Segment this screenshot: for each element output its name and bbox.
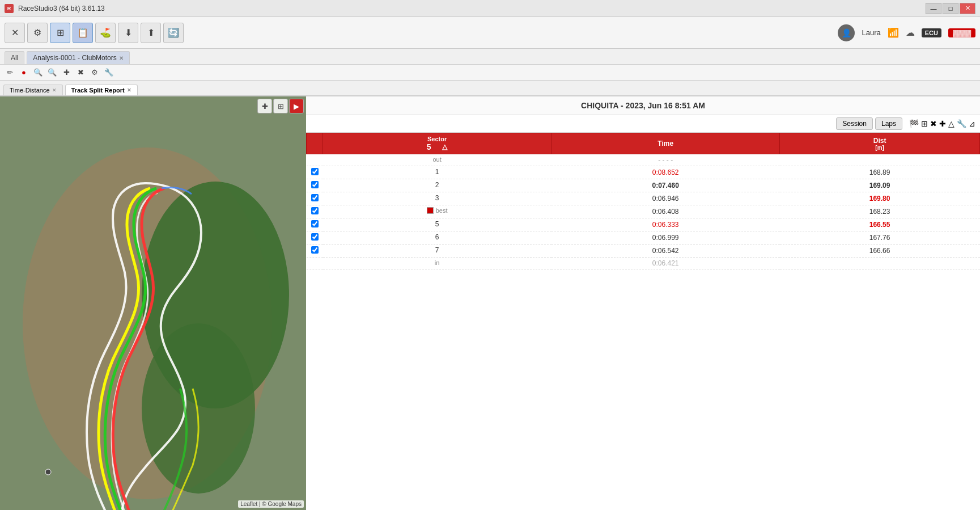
row-sector-cell: 7 <box>323 245 551 256</box>
row-checkbox-cell <box>307 245 323 258</box>
add-button[interactable]: ✚ <box>60 66 73 79</box>
th-checkbox <box>307 133 323 154</box>
tool-button[interactable]: 🔧 <box>103 66 115 79</box>
icon2[interactable]: ⊞ <box>921 119 928 128</box>
row-checkbox-cell <box>307 231 323 245</box>
report-header: CHIQUITA - 2023, Jun 16 8:51 AM <box>306 96 980 115</box>
row-checkbox-cell <box>307 205 323 218</box>
cloud-icon: ☁ <box>906 27 915 38</box>
row-sector-label: 7 <box>435 246 439 254</box>
session-button[interactable]: Session <box>836 117 873 130</box>
table-row: 30:06.946169.80 <box>307 192 980 205</box>
row-dist-cell <box>780 258 980 269</box>
row-checkbox-cell <box>307 154 323 166</box>
upload-button[interactable]: ⬆ <box>141 23 161 43</box>
row-sector-cell: 1 <box>323 166 551 178</box>
table-header-row: Sector 5 △ Time Dist [m] <box>307 133 980 154</box>
row-sector-label: 3 <box>435 194 439 202</box>
row-checkbox-cell <box>307 192 323 205</box>
remove-button[interactable]: ✖ <box>74 66 87 79</box>
icon6[interactable]: 🔧 <box>957 119 966 128</box>
download-button[interactable]: ⬇ <box>118 23 138 43</box>
row-dist-cell: 169.09 <box>780 179 980 192</box>
tab-all[interactable]: All <box>5 51 24 64</box>
laps-button[interactable]: Laps <box>875 117 902 130</box>
table-row: in0:06.421 <box>307 258 980 269</box>
toolbar-right: 👤 Laura 📶 ☁ ECU ▓▓▓▓ <box>838 24 975 41</box>
zoom-in-button[interactable]: 🔍 <box>32 66 44 79</box>
row-checkbox[interactable] <box>311 181 319 188</box>
row-checkbox-cell <box>307 179 323 192</box>
row-sector-cell: 5 <box>323 218 551 230</box>
row-sector-cell: 2 <box>323 179 551 191</box>
icon4[interactable]: ✚ <box>939 119 946 128</box>
table-row: out- - - - <box>307 154 980 166</box>
config-button[interactable]: ⚙ <box>88 66 101 79</box>
table-row: 10:08.652168.89 <box>307 166 980 179</box>
row-sector-label: in <box>435 259 440 266</box>
map-toolbar: ✚ ⊞ ▶ <box>257 99 304 113</box>
row-dist-cell <box>780 154 980 166</box>
row-sector-label: best <box>436 207 448 214</box>
map-stack-btn[interactable]: ⊞ <box>273 99 288 113</box>
split-table-body: out- - - -10:08.652168.8920:07.460169.09… <box>307 154 980 269</box>
analysis-view-button[interactable]: 📋 <box>73 23 93 43</box>
record-button[interactable]: ● <box>18 66 30 79</box>
th-dist: Dist [m] <box>780 133 980 154</box>
track-button[interactable]: ⛳ <box>95 23 116 43</box>
th-time: Time <box>551 133 780 154</box>
row-time-cell: 0:06.999 <box>551 231 780 245</box>
report-title: CHIQUITA - 2023, Jun 16 8:51 AM <box>581 101 705 110</box>
speed-indicator: ▓▓▓▓ <box>948 28 975 37</box>
draw-button[interactable]: ✏ <box>3 66 16 79</box>
table-row: best0:06.408168.23 <box>307 205 980 218</box>
tab-track-split-close[interactable]: ✕ <box>127 87 131 93</box>
row-checkbox[interactable] <box>311 168 319 175</box>
row-sector-label: 5 <box>435 220 439 228</box>
map-attribution: Leaflet | © Google Maps <box>238 500 304 508</box>
row-sector-label: 6 <box>435 233 439 241</box>
row-sector-cell: best <box>323 205 551 216</box>
minimize-button[interactable]: — <box>926 3 941 14</box>
titlebar: R RaceStudio3 (64 bit) 3.61.13 — □ ✕ <box>0 0 980 17</box>
close-button[interactable]: ✕ <box>960 3 975 14</box>
row-dist-cell: 169.80 <box>780 192 980 205</box>
row-checkbox-cell <box>307 258 323 269</box>
close-tool-button[interactable]: ✕ <box>5 23 25 43</box>
row-checkbox[interactable] <box>311 207 319 214</box>
row-checkbox[interactable] <box>311 246 319 254</box>
aerial-map-svg[interactable] <box>0 96 306 510</box>
settings-tool-button[interactable]: ⚙ <box>27 23 48 43</box>
tab-time-distance-close[interactable]: ✕ <box>52 87 57 93</box>
icon3[interactable]: ✖ <box>930 119 937 128</box>
row-checkbox[interactable] <box>311 194 319 201</box>
table-row: 50:06.333166.55 <box>307 218 980 231</box>
th-sector: Sector 5 △ <box>323 133 551 154</box>
row-dist-cell: 168.23 <box>780 205 980 218</box>
row-sector-cell: 3 <box>323 192 551 204</box>
analysis-grid-button[interactable]: ⊞ <box>50 23 70 43</box>
map-arrow-btn[interactable]: ▶ <box>289 99 304 113</box>
delta-symbol: △ <box>442 143 447 151</box>
row-checkbox-cell <box>307 218 323 231</box>
tab-bar: All Analysis-0001 - ClubMotors ✕ <box>0 49 980 65</box>
maximize-button[interactable]: □ <box>943 3 958 14</box>
tab-time-distance[interactable]: Time-Distance ✕ <box>3 85 63 95</box>
main-toolbar: ✕ ⚙ ⊞ 📋 ⛳ ⬇ ⬆ 🔄 👤 Laura 📶 ☁ ECU ▓▓▓▓ <box>0 17 980 49</box>
zoom-out-button[interactable]: 🔍 <box>46 66 58 79</box>
icon1[interactable]: 🏁 <box>909 119 919 128</box>
row-time-cell: 0:07.460 <box>551 179 780 192</box>
map-area: ✚ ⊞ ▶ Leaflet | © Google Maps <box>0 96 306 510</box>
row-sector-label: 2 <box>435 181 439 189</box>
map-add-btn[interactable]: ✚ <box>257 99 272 113</box>
tab-track-split-report[interactable]: Track Split Report ✕ <box>65 85 138 95</box>
icon5[interactable]: △ <box>948 119 954 128</box>
tab-analysis[interactable]: Analysis-0001 - ClubMotors ✕ <box>27 51 129 64</box>
row-checkbox[interactable] <box>311 220 319 227</box>
row-checkbox[interactable] <box>311 233 319 241</box>
icon7[interactable]: ⊿ <box>969 119 975 128</box>
tab-close-icon[interactable]: ✕ <box>119 55 124 61</box>
app-icon: R <box>5 4 14 13</box>
row-checkbox-cell <box>307 166 323 179</box>
sync-button[interactable]: 🔄 <box>163 23 184 43</box>
